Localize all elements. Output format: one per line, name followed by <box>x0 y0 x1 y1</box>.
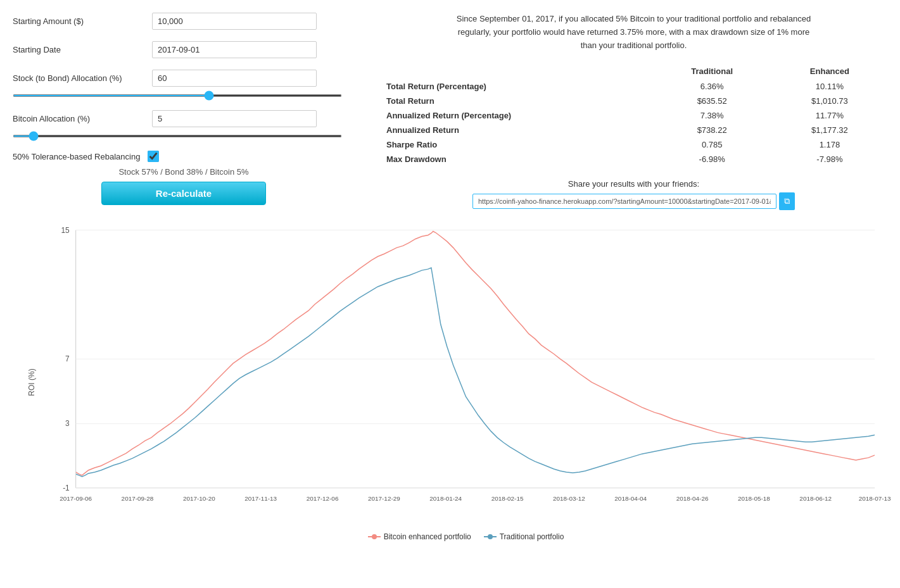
stock-allocation-label: Stock (to Bond) Allocation (%) <box>13 73 152 83</box>
row-label: Annualized Return <box>380 123 652 137</box>
svg-text:2018-04-04: 2018-04-04 <box>614 495 647 502</box>
row-enhanced: $1,177.32 <box>772 123 887 137</box>
bitcoin-allocation-label: Bitcoin Allocation (%) <box>13 114 152 123</box>
bitcoin-allocation-input[interactable] <box>152 110 317 127</box>
svg-text:2017-12-29: 2017-12-29 <box>368 495 400 502</box>
svg-text:2017-10-20: 2017-10-20 <box>183 495 215 502</box>
table-row: Max Drawdown -6.98% -7.98% <box>380 152 887 166</box>
starting-date-label: Starting Date <box>13 45 152 54</box>
row-enhanced: 11.77% <box>772 108 887 123</box>
starting-date-row: Starting Date <box>13 41 355 58</box>
share-section: Share your results with your friends: ⧉ <box>380 179 887 210</box>
share-label: Share your results with your friends: <box>380 179 887 189</box>
allocation-text: Stock 57% / Bond 38% / Bitcoin 5% <box>13 167 355 177</box>
y-axis-label: ROI (%) <box>27 368 36 396</box>
summary-text: Since September 01, 2017, if you allocat… <box>457 13 811 52</box>
svg-text:-1: -1 <box>63 484 70 492</box>
bitcoin-allocation-row: Bitcoin Allocation (%) <box>13 110 355 139</box>
svg-text:2018-04-26: 2018-04-26 <box>676 495 709 502</box>
row-label: Total Return <box>380 94 652 108</box>
svg-text:3: 3 <box>65 420 70 428</box>
svg-text:2017-12-06: 2017-12-06 <box>307 495 339 502</box>
svg-text:2018-03-12: 2018-03-12 <box>553 495 585 502</box>
stock-allocation-row: Stock (to Bond) Allocation (%) <box>13 70 355 99</box>
row-traditional: 0.785 <box>652 137 772 152</box>
stock-allocation-slider[interactable] <box>13 94 342 97</box>
row-traditional: 7.38% <box>652 108 772 123</box>
svg-text:2018-01-24: 2018-01-24 <box>429 495 462 502</box>
rebalancing-checkbox[interactable] <box>148 151 159 162</box>
starting-amount-row: Starting Amount ($) <box>13 13 355 30</box>
svg-text:2017-11-13: 2017-11-13 <box>244 495 277 502</box>
chart-area: ROI (%) 15 7 3 -1 2017-09-06 2017-09-28 … <box>13 223 887 541</box>
right-panel: Since September 01, 2017, if you allocat… <box>380 13 887 216</box>
starting-amount-input[interactable] <box>152 13 317 30</box>
rebalancing-row: 50% Tolerance-based Rebalancing <box>13 151 355 162</box>
left-panel: Starting Amount ($) Starting Date Stock … <box>13 13 355 216</box>
starting-date-input[interactable] <box>152 41 317 58</box>
bitcoin-line <box>76 232 875 475</box>
row-traditional: $738.22 <box>652 123 772 137</box>
svg-text:2018-05-18: 2018-05-18 <box>738 495 770 502</box>
legend-bitcoin: Bitcoin enhanced portfolio <box>368 532 471 541</box>
stock-allocation-input[interactable] <box>152 70 317 87</box>
chart-svg: 15 7 3 -1 2017-09-06 2017-09-28 2017-10-… <box>44 223 887 527</box>
table-row: Total Return (Percentage) 6.36% 10.11% <box>380 79 887 94</box>
legend-bitcoin-label: Bitcoin enhanced portfolio <box>384 532 471 541</box>
table-row: Annualized Return (Percentage) 7.38% 11.… <box>380 108 887 123</box>
svg-text:15: 15 <box>61 226 70 235</box>
svg-text:2018-07-13: 2018-07-13 <box>859 495 891 502</box>
row-label: Total Return (Percentage) <box>380 79 652 94</box>
row-enhanced: -7.98% <box>772 152 887 166</box>
bitcoin-slider-container <box>13 130 355 139</box>
svg-text:2018-06-12: 2018-06-12 <box>799 495 832 502</box>
legend-traditional-label: Traditional portfolio <box>500 532 564 541</box>
row-label: Annualized Return (Percentage) <box>380 108 652 123</box>
svg-text:2017-09-28: 2017-09-28 <box>122 495 154 502</box>
row-enhanced: 1.178 <box>772 137 887 152</box>
recalculate-button[interactable]: Re-calculate <box>101 182 266 205</box>
stock-slider-container <box>13 89 355 99</box>
share-url-row: ⧉ <box>380 192 887 210</box>
row-traditional: $635.52 <box>652 94 772 108</box>
svg-text:7: 7 <box>65 355 70 364</box>
legend-traditional: Traditional portfolio <box>484 532 564 541</box>
row-enhanced: $1,010.73 <box>772 94 887 108</box>
row-traditional: 6.36% <box>652 79 772 94</box>
chart-legend: Bitcoin enhanced portfolio Traditional p… <box>44 532 887 541</box>
svg-text:2018-02-15: 2018-02-15 <box>491 495 524 502</box>
bitcoin-allocation-slider[interactable] <box>13 135 342 137</box>
row-label: Sharpe Ratio <box>380 137 652 152</box>
table-row: Annualized Return $738.22 $1,177.32 <box>380 123 887 137</box>
starting-amount-label: Starting Amount ($) <box>13 16 152 26</box>
row-traditional: -6.98% <box>652 152 772 166</box>
traditional-line <box>76 268 875 477</box>
table-row: Total Return $635.52 $1,010.73 <box>380 94 887 108</box>
row-label: Max Drawdown <box>380 152 652 166</box>
results-table: Traditional Enhanced Total Return (Perce… <box>380 63 887 166</box>
share-url-input[interactable] <box>472 194 776 209</box>
copy-button[interactable]: ⧉ <box>779 192 795 210</box>
svg-text:2017-09-06: 2017-09-06 <box>60 495 92 502</box>
col-traditional: Traditional <box>652 63 772 79</box>
table-row: Sharpe Ratio 0.785 1.178 <box>380 137 887 152</box>
col-enhanced: Enhanced <box>772 63 887 79</box>
rebalancing-label: 50% Tolerance-based Rebalancing <box>13 152 140 161</box>
row-enhanced: 10.11% <box>772 79 887 94</box>
